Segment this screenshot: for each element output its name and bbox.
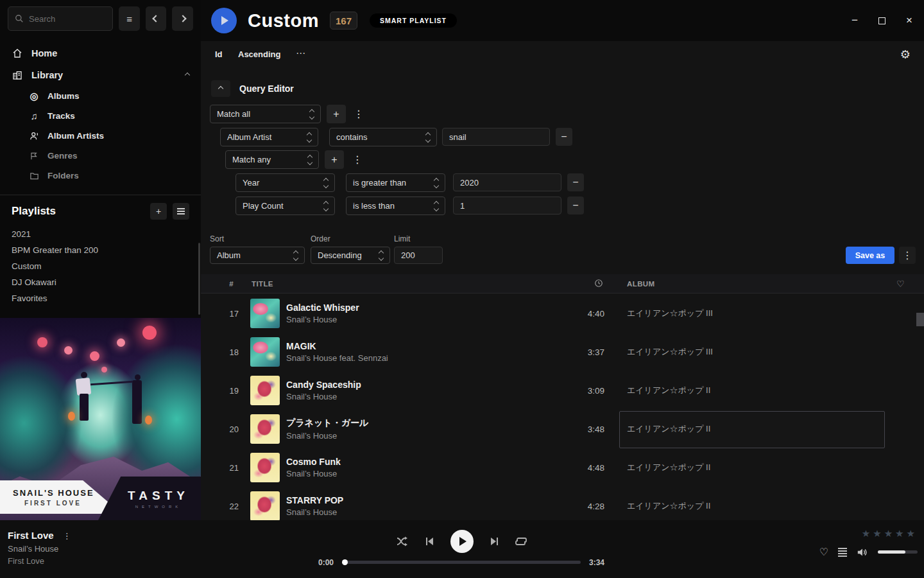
playlist-list-button[interactable] <box>173 203 189 220</box>
save-as-button[interactable]: Save as <box>846 247 894 264</box>
now-playing-menu-button[interactable]: ⋮ <box>63 531 71 541</box>
table-row[interactable]: 21 Cosmo Funk Snail’s House 4:48 エイリアン☆ポ… <box>201 448 924 487</box>
playlist-item[interactable]: 2021 <box>0 226 201 242</box>
sidebar-item-albums[interactable]: ◎ Albums <box>0 86 201 106</box>
track-album-link[interactable]: エイリアン☆ポップ II <box>627 462 896 473</box>
nav-forward-button[interactable] <box>172 6 193 31</box>
table-row[interactable]: 17 Galactic Whisper Snail’s House 4:40 エ… <box>201 294 924 333</box>
menu-button[interactable]: ≡ <box>119 6 140 31</box>
sidebar-scrollbar[interactable] <box>198 243 200 315</box>
playlist-item[interactable]: Favorites <box>0 290 201 306</box>
shuffle-button[interactable] <box>397 536 409 547</box>
nav-back-button[interactable] <box>146 6 167 31</box>
table-row[interactable]: 19 Candy Spaceship Snail’s House 3:09 エイ… <box>201 371 924 410</box>
sidebar-item-folders[interactable]: Folders <box>0 166 201 186</box>
track-album-link[interactable]: エイリアン☆ポップ II <box>627 500 896 512</box>
sort-select[interactable]: Album <box>210 247 305 264</box>
volume-slider[interactable] <box>878 550 918 554</box>
table-row[interactable]: 18 MAGIK Snail’s House feat. Sennzai 3:3… <box>201 333 924 371</box>
sort-field-button[interactable]: Id <box>215 49 223 59</box>
favorite-heart-icon[interactable]: ♡ <box>896 279 924 289</box>
track-album-link[interactable]: エイリアン☆ポップ III <box>627 308 896 319</box>
volume-icon[interactable] <box>857 547 868 557</box>
sidebar-item-album-artists[interactable]: Album Artists <box>0 126 201 146</box>
add-rule-button[interactable]: + <box>327 105 346 123</box>
gear-icon[interactable]: ⚙ <box>900 48 911 62</box>
remove-rule-button[interactable]: − <box>567 173 584 191</box>
playlist-item[interactable]: Custom <box>0 258 201 274</box>
favorite-button[interactable]: ♡ <box>819 546 828 558</box>
search-input[interactable] <box>29 14 99 24</box>
duration-clock-icon[interactable] <box>562 279 604 289</box>
seek-slider[interactable] <box>343 561 581 564</box>
now-playing-artist[interactable]: Snail’s House <box>8 544 71 554</box>
rule-field-select[interactable]: Year <box>235 173 335 192</box>
sidebar-item-label: Genres <box>47 151 78 161</box>
group-menu-button[interactable]: ⋮ <box>352 153 363 166</box>
now-playing-album[interactable]: First Love <box>8 556 71 566</box>
window-minimize-button[interactable]: − <box>849 14 860 27</box>
column-header-num[interactable]: # <box>201 280 241 288</box>
table-row[interactable]: 22 STARRY POP Snail’s House 4:28 エイリアン☆ポ… <box>201 487 924 520</box>
limit-input[interactable] <box>394 247 443 264</box>
sort-direction-button[interactable]: Ascending <box>238 49 280 59</box>
search-box[interactable] <box>8 6 113 31</box>
table-row[interactable]: 20 プラネット・ガール Snail’s House 3:48 エイリアン☆ポッ… <box>201 410 924 448</box>
add-playlist-button[interactable]: + <box>150 203 167 220</box>
playlist-item[interactable]: DJ Okawari <box>0 274 201 290</box>
window-close-button[interactable]: × <box>903 14 915 27</box>
remove-rule-button[interactable]: − <box>556 128 572 146</box>
match-type-select[interactable]: Match all <box>210 105 321 123</box>
album-art-title: FIRST LOVE <box>13 500 122 507</box>
more-options-button[interactable]: ⋯ <box>296 48 305 59</box>
sidebar-item-label: Library <box>31 70 63 80</box>
order-select[interactable]: Descending <box>311 247 390 264</box>
sidebar-item-tracks[interactable]: ♫ Tracks <box>0 106 201 126</box>
sidebar-item-library[interactable]: Library <box>0 64 201 86</box>
star-icon[interactable]: ★ <box>895 528 903 539</box>
track-album-link[interactable]: エイリアン☆ポップ III <box>627 346 896 358</box>
play-playlist-button[interactable] <box>211 8 237 33</box>
sidebar-item-genres[interactable]: Genres <box>0 146 201 166</box>
track-list: 17 Galactic Whisper Snail’s House 4:40 エ… <box>201 294 924 520</box>
rule-operator-select[interactable]: contains <box>329 128 437 146</box>
collapse-chevron-icon[interactable] <box>185 73 190 78</box>
rule-operator-select[interactable]: is less than <box>346 197 445 215</box>
remove-rule-button[interactable]: − <box>567 197 584 215</box>
rule-operator-select[interactable]: is greater than <box>346 173 445 192</box>
now-playing-title[interactable]: First Love <box>8 530 54 541</box>
track-album-cell-focused[interactable]: エイリアン☆ポップ II <box>627 423 896 435</box>
query-menu-button[interactable]: ⋮ <box>899 247 916 264</box>
repeat-button[interactable] <box>515 536 527 547</box>
match-type-select[interactable]: Match any <box>225 150 319 169</box>
group-menu-button[interactable]: ⋮ <box>354 108 364 120</box>
next-track-button[interactable] <box>489 536 499 547</box>
add-rule-button[interactable]: + <box>325 150 344 169</box>
sidebar-item-label: Albums <box>47 91 80 101</box>
sidebar-item-home[interactable]: Home <box>0 42 201 64</box>
star-icon[interactable]: ★ <box>907 528 915 539</box>
track-album-link[interactable]: エイリアン☆ポップ II <box>627 385 896 396</box>
rule-value-input[interactable] <box>453 173 561 191</box>
rule-field-select[interactable]: Play Count <box>235 197 335 215</box>
lantern-decoration <box>64 346 73 355</box>
star-icon[interactable]: ★ <box>873 528 881 539</box>
seek-knob[interactable] <box>342 559 348 565</box>
rating-stars[interactable]: ★ ★ ★ ★ ★ <box>862 528 915 539</box>
track-list-scrollbar[interactable] <box>916 313 924 326</box>
play-pause-button[interactable] <box>450 530 474 553</box>
previous-track-button[interactable] <box>425 536 435 547</box>
query-editor-collapse-button[interactable] <box>211 80 230 97</box>
star-icon[interactable]: ★ <box>884 528 893 539</box>
star-icon[interactable]: ★ <box>862 528 870 539</box>
now-playing-album-art[interactable]: SNAIL'S HOUSE FIRST LOVE TASTY NETWORK <box>0 318 201 520</box>
queue-icon[interactable] <box>838 548 847 557</box>
rule-value-input[interactable] <box>453 197 561 215</box>
column-header-title[interactable]: TITLE <box>241 280 562 288</box>
sidebar-item-label: Tracks <box>47 111 75 121</box>
rule-value-input[interactable] <box>442 128 550 146</box>
playlist-item[interactable]: BPM Greater than 200 <box>0 242 201 258</box>
rule-field-select[interactable]: Album Artist <box>220 128 318 146</box>
window-maximize-button[interactable] <box>878 17 886 24</box>
column-header-album[interactable]: ALBUM <box>627 280 896 288</box>
